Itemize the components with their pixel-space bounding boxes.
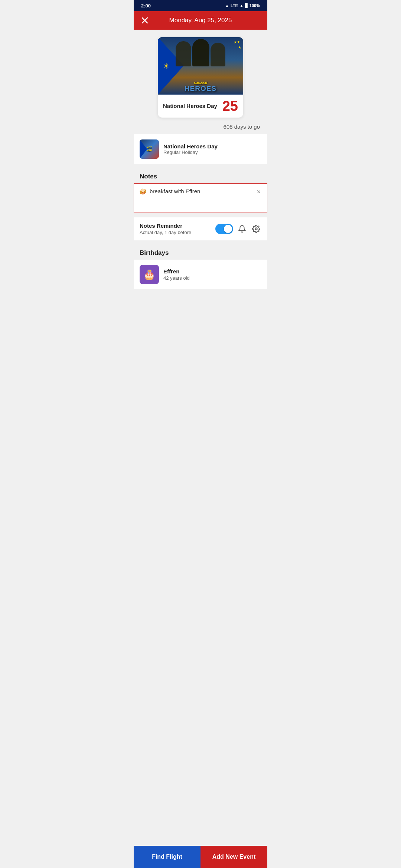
status-bar: 2:00 ▲ LTE ▲ ▊ 100% [134,0,267,11]
hero-card-date: 25 [222,99,238,113]
hero-card-title: National Heroes Day [163,103,222,109]
hero-card[interactable]: ☀ National HEROES ★★ ★ [158,37,243,118]
holiday-info: National Heroes Day Regular Holiday [163,143,261,155]
reminder-controls [215,224,261,234]
hero-card-footer: National Heroes Day 25 [158,95,243,118]
gear-icon[interactable] [251,224,261,234]
status-time: 2:00 [141,3,151,9]
battery-icon: ▊ [245,3,248,8]
notes-text: breakfast with Effren [150,188,200,194]
reminder-subtitle: Actual day, 1 day before [140,230,215,235]
bell-icon[interactable] [237,224,247,234]
holiday-icon: NATHER [140,139,159,159]
signal-icon: ▲ [239,3,244,8]
close-button[interactable] [140,15,150,26]
notes-input-area[interactable]: 🥪 breakfast with Effren × [134,183,267,213]
birthday-info: Effren 42 years old [163,268,261,281]
wifi-icon: ▲ [225,3,229,8]
battery-label: 100% [250,3,260,8]
main-content: ☀ National HEROES ★★ ★ [134,30,267,323]
notes-emoji: 🥪 [139,188,147,195]
holiday-name: National Heroes Day [163,143,261,149]
birthday-age: 42 years old [163,275,261,281]
status-icons: ▲ LTE ▲ ▊ 100% [225,3,260,8]
reminder-row: Notes Reminder Actual day, 1 day before [134,217,267,240]
birthday-icon: 🎂 [140,265,159,284]
notes-section-label: Notes [134,168,267,183]
notes-content: 🥪 breakfast with Effren [139,188,262,195]
birthdays-section-label: Birthdays [134,245,267,260]
notes-clear-button[interactable]: × [254,187,263,196]
birthday-name: Effren [163,268,261,274]
holiday-type: Regular Holiday [163,149,261,155]
days-counter: 608 days to go [134,121,267,134]
hero-card-container: ☀ National HEROES ★★ ★ [134,30,267,121]
page-header: Monday, Aug 25, 2025 [134,11,267,30]
reminder-title: Notes Reminder [140,223,215,229]
reminder-info: Notes Reminder Actual day, 1 day before [140,223,215,235]
lte-label: LTE [231,3,238,8]
header-title: Monday, Aug 25, 2025 [154,17,247,24]
holiday-row: NATHER National Heroes Day Regular Holid… [134,134,267,164]
birthday-row: 🎂 Effren 42 years old [134,260,267,289]
svg-point-2 [255,228,257,230]
national-heroes-day-image: ☀ National HEROES ★★ ★ [158,37,243,95]
reminder-toggle[interactable] [215,224,233,234]
